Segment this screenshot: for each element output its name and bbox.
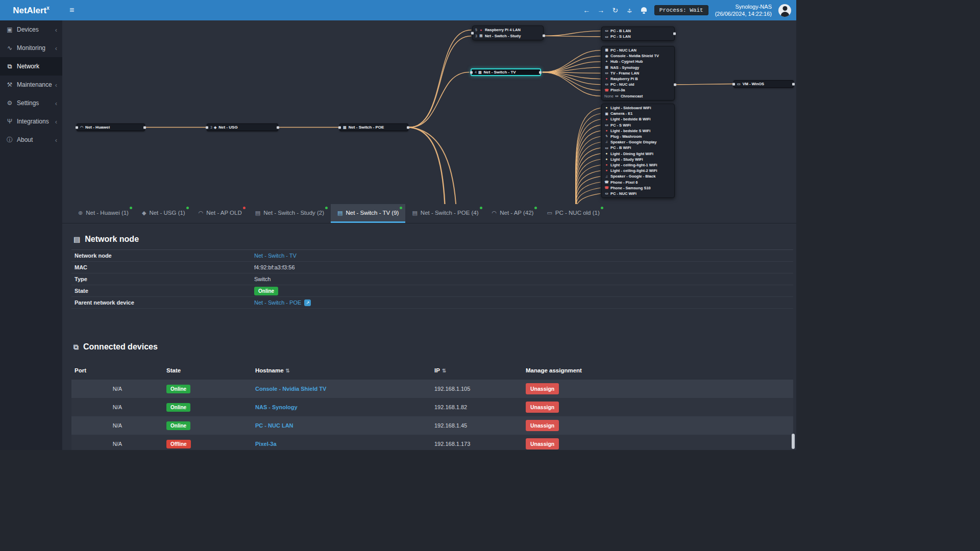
device-label: Console - Nvidia Shield TV <box>610 54 659 58</box>
detail-label: Network node <box>75 253 254 259</box>
device-row[interactable]: PC - B WiFi <box>602 145 674 151</box>
switch-icon <box>343 126 347 129</box>
detail-label: MAC <box>75 264 254 270</box>
sidebar-item-icon <box>5 118 14 124</box>
device-label: TV - Frame LAN <box>610 71 639 76</box>
tab-label: Net - AP OLD <box>206 210 241 216</box>
device-row[interactable]: TV - Frame LAN <box>602 70 674 76</box>
device-row[interactable]: PC - NUC old <box>602 82 674 87</box>
status-dot <box>186 207 189 209</box>
node-tab[interactable]: Net - USG (1) <box>135 204 192 223</box>
header-right: Process: Wait Synology-NAS (26/06/2024, … <box>583 3 796 18</box>
device-row[interactable]: PC - NUC LAN <box>602 47 674 53</box>
node-tab[interactable]: Net - Huawei (1) <box>71 204 135 223</box>
device-row[interactable]: Pixel-3a <box>602 87 674 93</box>
device-row[interactable]: Camera - E1 <box>602 111 674 116</box>
col-ip[interactable]: IP <box>431 358 523 380</box>
port-cell: N/A <box>71 398 163 416</box>
chevron-left-icon <box>55 137 57 143</box>
device-label: Hub - Cygnet Hub <box>610 59 643 64</box>
node-tab[interactable]: PC - NUC old (1) <box>540 204 606 223</box>
device-row[interactable]: PC - S WiFi <box>602 122 674 128</box>
node-tab[interactable]: Net - Switch - Study (2) <box>249 204 331 223</box>
header-nav-icon[interactable] <box>626 7 633 14</box>
device-icon <box>604 66 609 69</box>
device-label: Light - bedside B WiFi <box>610 117 651 121</box>
device-label: Light - Study WiFi <box>610 157 643 162</box>
device-row[interactable]: Light - ceiling-light-2 WiFi <box>602 168 674 173</box>
hostname-link[interactable]: PC - NUC LAN <box>255 422 293 429</box>
sidebar-item[interactable]: Integrations <box>0 112 62 131</box>
device-row[interactable]: None Chromecast <box>602 93 674 99</box>
header-nav-icon[interactable] <box>583 7 591 14</box>
unassign-button[interactable]: Unassign <box>526 402 559 413</box>
device-row[interactable]: PC - B LAN <box>602 28 674 34</box>
device-row[interactable]: Light - bedside S WiFi <box>602 128 674 134</box>
sidebar-item[interactable]: Maintenance <box>0 76 62 94</box>
device-row[interactable]: Speaker - Google Display <box>602 139 674 145</box>
topology-node-vm[interactable]: VM - WinOS <box>733 80 794 88</box>
node-tab[interactable]: Net - AP (42) <box>485 204 541 223</box>
header-nav-icon[interactable] <box>597 7 605 14</box>
sidebar-item[interactable]: Network <box>0 57 62 76</box>
parent-node-link[interactable]: Net - Switch - POE <box>254 299 301 306</box>
sidebar-item[interactable]: Devices <box>0 20 62 39</box>
device-row[interactable]: Light - Sideboard WiFi <box>602 105 674 111</box>
node-tab[interactable]: Net - Switch - TV (9) <box>331 204 405 223</box>
sidebar-item[interactable]: Settings <box>0 94 62 112</box>
node-tab[interactable]: Net - AP OLD <box>192 204 249 223</box>
hostname-link[interactable]: Pixel-3a <box>255 441 277 447</box>
device-row[interactable]: PC - S LAN <box>602 34 674 39</box>
topology-node-row[interactable]: 3 Net - Switch - Study <box>473 33 543 39</box>
device-icon <box>604 29 609 33</box>
sidebar-item[interactable]: Monitoring <box>0 39 62 57</box>
device-row[interactable]: Hub - Cygnet Hub <box>602 59 674 64</box>
topology-node-huawei[interactable]: Net - Huawei <box>77 123 145 131</box>
node-tab[interactable]: Net - Switch - POE (4) <box>405 204 485 223</box>
scrollbar-thumb[interactable] <box>792 434 795 449</box>
device-row[interactable]: Raspberry Pi B <box>602 76 674 82</box>
node-link[interactable]: Net - Switch - TV <box>254 253 297 259</box>
topology-node-row[interactable]: 5 Raspberry Pi 4 LAN <box>473 27 543 33</box>
header-nav-icon[interactable] <box>640 7 648 14</box>
col-hostname[interactable]: Hostname <box>252 358 431 380</box>
device-icon <box>604 118 609 121</box>
device-label: PC - B WiFi <box>610 145 631 150</box>
device-row[interactable]: Phone - Samsung S10 <box>602 185 674 191</box>
device-row[interactable]: Light - Study WiFi <box>602 157 674 162</box>
device-row[interactable]: Light - bedside B WiFi <box>602 116 674 122</box>
topology-node-usg[interactable]: 3 Net - USG <box>207 123 278 131</box>
unassign-button[interactable]: Unassign <box>526 383 559 394</box>
external-link-icon[interactable] <box>304 299 311 306</box>
device-icon <box>604 55 609 58</box>
state-badge: Online <box>166 421 190 430</box>
device-row[interactable]: Plug - Washroom <box>602 134 674 139</box>
device-row[interactable]: NAS - Synology <box>602 65 674 70</box>
topology-node-tv-selected[interactable]: 4 Net - Switch - TV <box>471 68 541 76</box>
device-row[interactable]: PC - NUC WiFi <box>602 191 674 196</box>
hostname-link[interactable]: Console - Nvidia Shield TV <box>255 386 326 392</box>
header-nav-icon[interactable] <box>611 7 619 14</box>
device-row[interactable]: Speaker - Google - Black <box>602 173 674 179</box>
unassign-button[interactable]: Unassign <box>526 420 559 431</box>
user-avatar[interactable] <box>778 4 791 17</box>
device-row[interactable]: Light - Dining light WiFi <box>602 151 674 157</box>
sort-icon[interactable] <box>442 368 446 373</box>
connected-devices-table: Port State Hostname IP Manage assignment… <box>71 358 793 450</box>
unassign-button[interactable]: Unassign <box>526 438 559 449</box>
device-icon <box>604 146 609 150</box>
device-row[interactable]: Console - Nvidia Shield TV <box>602 53 674 59</box>
device-icon <box>604 123 609 127</box>
topology-node-poe[interactable]: Net - Switch - POE <box>339 123 408 131</box>
sort-icon[interactable] <box>286 368 290 373</box>
sidebar-item[interactable]: About <box>0 131 62 149</box>
node-tabs: Net - Huawei (1) Net - USG (1) Net - AP … <box>62 204 796 223</box>
topology-links <box>62 20 796 204</box>
device-list-wifi: Light - Sideboard WiFi Camera - E1 Light… <box>601 104 675 198</box>
device-row[interactable]: Phone - Pixel 6 <box>602 179 674 185</box>
device-row[interactable]: Light - ceiling-light-1 WiFi <box>602 162 674 168</box>
header: NetAlertx ≡ Process: Wait Synology-NAS (… <box>0 0 796 20</box>
hostname-link[interactable]: NAS - Synology <box>255 404 298 410</box>
app-logo[interactable]: NetAlertx <box>0 5 62 16</box>
sidebar-toggle-icon[interactable]: ≡ <box>69 6 74 15</box>
